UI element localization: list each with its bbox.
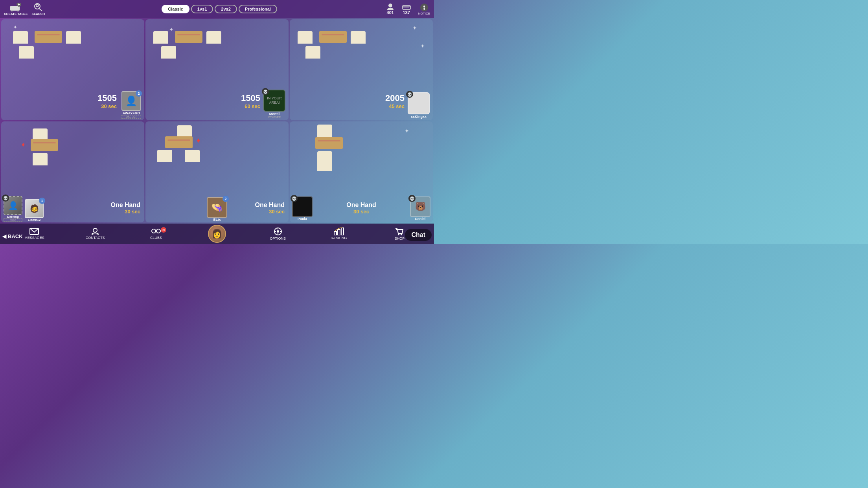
nav-contacts[interactable]: CONTACTS [83,228,107,240]
score-points-2: 1505 [241,93,260,103]
player5-name: ELix [207,218,227,222]
nav-messages[interactable]: MESSAGES [22,228,46,240]
player4a-subtitle: FSDA [4,218,22,222]
player2-info: IN YOURAREA! 💀 Montii OT4EVER [263,90,285,119]
nav-options[interactable]: OPTIONS [266,227,290,240]
contacts-count[interactable]: 401 [386,3,395,15]
svg-point-19 [152,229,156,233]
table-card-3[interactable]: ✦ ✦ 💀 xxKingxx 2005 45 sec [290,19,433,120]
svg-rect-29 [341,227,344,235]
svg-rect-15 [423,7,425,10]
chair-b-4 [33,153,48,165]
notice-button[interactable]: NOTICE [418,3,430,15]
svg-point-8 [388,4,392,7]
player4a-name: Darleng [4,215,22,218]
chair-tr-3 [351,31,366,44]
player4b-info: 🧔 1 Liamn12 [25,199,44,222]
table-card-5[interactable]: ♦ 👒 2 ELix One Hand 30 sec [145,121,289,222]
bottom-nav: ◀ BACK MESSAGES CONTACTS N CLUBS 👩 [0,224,434,244]
player6a-name: Paula [292,217,313,221]
player1-subtitle: DABEST [121,115,141,119]
svg-rect-1 [11,10,13,11]
skull-icon-6b: 💀 [408,195,416,202]
nav-center-avatar[interactable]: 👩 [205,225,229,243]
score-time-6: 30 sec [346,209,376,215]
chair-tl-3 [298,31,313,44]
player3-name: xxKingxx [408,115,430,119]
top-right-icons: 401 137 NOTICE [386,3,430,15]
table-scene-1: 👤 2 AWAYFRO DABEST 1505 30 sec [1,19,144,120]
player5-info: 👒 2 ELix [207,197,227,222]
back-button[interactable]: ◀ BACK [2,233,23,239]
mode-buttons: Classic 1vs1 2vs2 Professional [53,5,386,13]
mode-professional[interactable]: Professional [239,5,277,13]
table-card-2[interactable]: ✦ IN YOURAREA! 💀 Montii OT4EVER 1505 60 … [145,19,289,120]
player4b-wrap: 🧔 1 [25,199,44,218]
svg-point-14 [423,6,425,7]
svg-rect-28 [338,229,340,235]
chair-tr [66,31,81,44]
mode-1vs1[interactable]: 1vs1 [191,5,213,13]
player3-info: 💀 xxKingxx [408,92,430,119]
player1-name: AWAYFRO [121,111,141,115]
svg-point-17 [93,228,97,232]
score-2: 1505 60 sec [241,93,260,109]
player6a-wrap: 💀 [292,196,313,217]
table-card-4[interactable]: ✦ 👤 💀 Darleng FSDA [1,121,144,222]
game-table-4 [31,139,58,151]
player2-name: Montii [263,112,285,116]
num-badge-1: 2 [136,90,142,97]
svg-rect-2 [17,10,19,11]
table-scene-5: ♦ 👒 2 ELix One Hand 30 sec [145,121,289,222]
skull-icon-6a: 💀 [291,195,298,202]
chair-tl-2 [153,31,168,44]
table-grid: ✦ 👤 2 AWAYFRO DABEST 1505 30 sec [0,18,434,224]
player1-info: 👤 2 AWAYFRO DABEST [121,91,141,119]
score-5: One Hand 30 sec [255,202,285,215]
svg-rect-27 [334,231,337,235]
mode-classic[interactable]: Classic [162,5,189,13]
game-table-3 [319,31,347,43]
top-bar: + CREATE TABLE SEARCH Classic 1vs1 2vs2 … [0,0,434,18]
score-time-2: 60 sec [241,103,260,109]
game-table-6 [315,137,343,149]
score-points-3: 2005 [385,93,405,103]
chair-bl [19,46,34,59]
chair-tl [13,31,28,44]
svg-point-22 [277,230,279,233]
nav-clubs[interactable]: N CLUBS [144,228,168,240]
score-time-1: 30 sec [97,103,117,109]
game-table-5 [165,136,193,148]
create-table-button[interactable]: + CREATE TABLE [4,3,28,16]
player6b-wrap: 🐻 💀 [410,196,430,217]
table-scene-3: 💀 xxKingxx 2005 45 sec [290,19,433,120]
nav-ranking[interactable]: RANKING [327,227,351,240]
mode-2vs2[interactable]: 2vs2 [215,5,237,13]
table-card-1[interactable]: ✦ 👤 2 AWAYFRO DABEST 1505 30 sec [1,19,144,120]
player4a-wrap: 👤 💀 [4,196,22,215]
table-card-6[interactable]: ✦ ✦ 💀 Paula 🐻 💀 Daniel [290,121,433,222]
friends-count[interactable]: 137 [401,3,412,15]
chat-button[interactable]: Chat [405,229,432,241]
game-name-6: One Hand [346,202,376,209]
score-time-4: 30 sec [110,209,140,215]
chair-br-5 [185,150,200,162]
chair-t-6 [317,125,332,137]
skull-icon-4: 💀 [2,194,9,202]
chair-bl-2 [161,46,176,59]
table-scene-6: 💀 Paula 🐻 💀 Daniel One Hand 30 sec [290,121,433,222]
score-6: One Hand 30 sec [346,202,376,215]
svg-point-7 [36,4,39,7]
skull-icon-2: 💀 [262,88,269,95]
score-1: 1505 30 sec [97,93,117,109]
diamond-icon-4: ♦ [22,141,25,148]
num-badge-4b: 1 [39,198,45,204]
player5-wrap: 👒 2 [207,197,227,218]
player1-avatar: 👤 2 [121,91,141,111]
chair-b-6 [317,151,332,171]
game-name-5: One Hand [255,202,285,209]
search-button[interactable]: SEARCH [32,3,45,16]
player6a-info: 💀 Paula [292,196,313,221]
svg-point-18 [92,233,98,235]
num-badge-5: 2 [223,196,229,202]
